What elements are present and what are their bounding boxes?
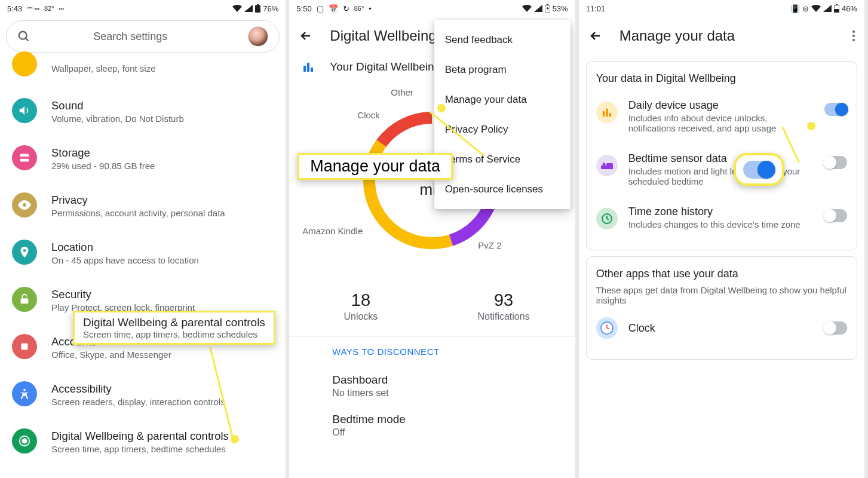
toggle-clock-app[interactable] xyxy=(824,321,847,335)
chart-label-other: Other xyxy=(391,87,413,97)
row-timezone[interactable]: Time zone history Includes changes to th… xyxy=(596,196,847,239)
signal-icon xyxy=(244,5,253,12)
battery-percent: 53% xyxy=(553,4,568,13)
toggle-daily-usage[interactable] xyxy=(824,103,847,116)
page-title: Manage your data xyxy=(619,27,735,44)
card-other-apps: Other apps that use your data These apps… xyxy=(586,256,857,360)
location-icon xyxy=(12,240,37,265)
settings-list: Wallpaper, sleep, font size Sound Volume… xyxy=(0,56,286,465)
image-icon: ▢ xyxy=(317,4,324,13)
back-arrow-icon[interactable] xyxy=(588,29,603,43)
calendar-icon: 📅 xyxy=(329,4,338,13)
display-icon xyxy=(12,51,37,76)
sync-icon: ↻ xyxy=(343,4,349,13)
clock-app-icon xyxy=(596,317,618,339)
stat-unlocks[interactable]: 18 Unlocks xyxy=(289,290,432,322)
status-bar: 11:01 📳 ⊖ 46% xyxy=(579,0,864,17)
search-bar[interactable]: Search settings xyxy=(6,20,280,53)
svg-rect-16 xyxy=(307,63,309,72)
setting-privacy[interactable]: Privacy Permissions, account activity, p… xyxy=(0,182,286,229)
setting-display[interactable]: Wallpaper, sleep, font size xyxy=(0,56,286,87)
svg-rect-4 xyxy=(20,154,29,157)
setting-accounts[interactable]: Accounts Office, Skype, and Messenger xyxy=(0,323,286,370)
svg-rect-25 xyxy=(602,111,605,117)
svg-rect-14 xyxy=(547,4,548,5)
wellbeing-icon xyxy=(12,428,37,454)
menu-terms[interactable]: Terms of Service xyxy=(434,145,571,174)
privacy-icon xyxy=(12,192,37,217)
row-bedtime-sensor[interactable]: Bedtime sensor data Includes motion and … xyxy=(596,143,847,196)
app-bar: Manage your data xyxy=(579,17,864,55)
menu-send-feedback[interactable]: Send feedback xyxy=(434,25,571,55)
status-time: 5:43 xyxy=(7,4,22,13)
svg-rect-8 xyxy=(21,298,29,304)
stat-notifications[interactable]: 93 Notifications xyxy=(433,290,575,322)
svg-rect-17 xyxy=(311,68,313,72)
card-header: Your data in Digital Wellbeing xyxy=(596,72,847,85)
manage-data-panel: 11:01 📳 ⊖ 46% Manage your data Your data… xyxy=(579,0,868,478)
signal-icon xyxy=(534,5,542,12)
user-avatar[interactable] xyxy=(248,26,268,47)
menu-privacy-policy[interactable]: Privacy Policy xyxy=(434,115,571,145)
wifi-icon xyxy=(811,5,821,12)
storage-icon xyxy=(12,145,37,170)
svg-rect-30 xyxy=(606,163,613,166)
setting-security[interactable]: Security Play Protect, screen lock, fing… xyxy=(0,276,286,323)
row-daily-usage[interactable]: Daily device usage Includes info about d… xyxy=(596,90,847,143)
status-time: 11:01 xyxy=(586,4,606,13)
menu-licenses[interactable]: Open-source licenses xyxy=(434,174,571,204)
svg-rect-26 xyxy=(606,109,608,117)
svg-rect-24 xyxy=(836,4,838,5)
chart-label-kindle: Amazon Kindle xyxy=(302,226,363,236)
accounts-icon xyxy=(12,334,37,359)
toggle-bedtime-sensor[interactable] xyxy=(824,156,847,169)
signal-icon xyxy=(823,5,832,12)
svg-point-29 xyxy=(602,163,605,166)
menu-manage-data[interactable]: Manage your data xyxy=(434,85,571,115)
row-bedtime[interactable]: Bedtime mode Off xyxy=(289,406,575,445)
setting-location[interactable]: Location On - 45 apps have access to loc… xyxy=(0,229,286,276)
vibrate-icon: 📳 xyxy=(790,4,800,13)
status-weather: 86° xyxy=(354,5,364,12)
status-weather: 82° xyxy=(44,5,54,12)
setting-accessibility[interactable]: Accessibility Screen readers, display, i… xyxy=(0,370,286,418)
svg-rect-23 xyxy=(834,9,839,13)
bar-chart-icon xyxy=(596,102,618,123)
back-arrow-icon[interactable] xyxy=(299,29,313,43)
wifi-icon xyxy=(232,5,242,12)
settings-panel: 5:43 ᶠᶦᵒˢ ••• 82° ••• 76% Search setting… xyxy=(0,0,289,478)
digital-wellbeing-panel: 5:50 ▢ 📅 ↻ 86° • 53% Digital Wellbeing Y… xyxy=(289,0,578,478)
page-title: Digital Wellbeing xyxy=(330,27,436,44)
svg-rect-9 xyxy=(22,344,28,350)
menu-beta-program[interactable]: Beta program xyxy=(434,55,571,85)
card-sub: These apps get data from Digital Wellbei… xyxy=(596,285,847,305)
svg-rect-1 xyxy=(257,4,259,5)
battery-percent: 46% xyxy=(842,4,857,13)
svg-rect-27 xyxy=(609,113,611,117)
status-time: 5:50 xyxy=(296,4,311,13)
setting-storage[interactable]: Storage 29% used - 90.85 GB free xyxy=(0,134,286,182)
card-your-data: Your data in Digital Wellbeing Daily dev… xyxy=(586,61,857,250)
dnd-icon: ⊖ xyxy=(802,4,809,13)
svg-rect-0 xyxy=(255,5,260,13)
stats-row: 18 Unlocks 93 Notifications xyxy=(289,282,575,336)
overflow-menu: Send feedback Beta program Manage your d… xyxy=(434,20,571,209)
bar-chart-icon xyxy=(301,60,315,74)
search-placeholder: Search settings xyxy=(22,30,238,43)
battery-icon xyxy=(255,4,260,13)
clock-icon xyxy=(596,208,618,229)
more-menu-icon[interactable] xyxy=(852,30,855,41)
svg-point-6 xyxy=(23,203,26,207)
svg-point-7 xyxy=(23,249,26,252)
bed-icon xyxy=(596,155,618,176)
row-clock-app[interactable]: Clock xyxy=(596,308,847,348)
status-bar: 5:50 ▢ 📅 ↻ 86° • 53% xyxy=(289,0,575,17)
battery-charging-icon xyxy=(545,4,550,13)
setting-digital-wellbeing[interactable]: Digital Wellbeing & parental controls Sc… xyxy=(0,418,286,465)
row-dashboard[interactable]: Dashboard No timers set xyxy=(289,366,575,406)
card-header: Other apps that use your data xyxy=(596,268,847,280)
toggle-timezone[interactable] xyxy=(824,209,847,222)
svg-point-10 xyxy=(23,389,26,391)
accessibility-icon xyxy=(12,381,37,406)
setting-sound[interactable]: Sound Volume, vibration, Do Not Disturb xyxy=(0,87,286,134)
